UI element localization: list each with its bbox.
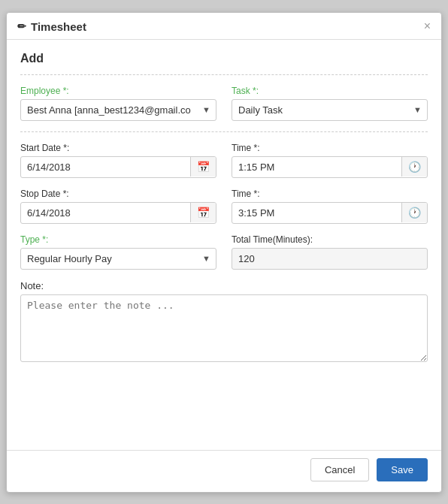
task-select-wrapper[interactable]: Daily Task ▼ — [232, 99, 428, 121]
section-title: Add — [20, 52, 428, 65]
stop-time-input-wrapper: 🕐 — [232, 202, 428, 224]
note-group: Note: — [20, 280, 428, 362]
start-date-input-wrapper: 📅 — [20, 156, 216, 178]
type-label: Type *: — [20, 234, 216, 245]
start-time-clock-icon[interactable]: 🕐 — [401, 157, 427, 177]
start-time-input[interactable] — [232, 157, 401, 177]
stop-date-input-wrapper: 📅 — [20, 202, 216, 224]
start-date-input[interactable] — [21, 157, 190, 177]
stop-time-label: Time *: — [232, 189, 428, 199]
modal-title-text: Timesheet — [31, 20, 86, 33]
start-date-calendar-icon[interactable]: 📅 — [190, 157, 216, 177]
divider-1 — [20, 74, 428, 75]
stop-time-clock-icon[interactable]: 🕐 — [401, 203, 427, 222]
start-time-group: Time *: 🕐 — [232, 143, 428, 178]
employee-label: Employee *: — [20, 86, 216, 96]
modal-title: ✏ Timesheet — [17, 20, 86, 33]
note-textarea[interactable] — [20, 294, 428, 362]
task-select[interactable]: Daily Task — [232, 99, 428, 121]
employee-select[interactable]: Best Anna [anna_best1234@gmail.co — [20, 99, 216, 121]
task-label: Task *: — [232, 86, 428, 96]
modal-header: ✏ Timesheet × — [7, 13, 441, 40]
type-select-wrapper[interactable]: Regular Hourly Pay ▼ — [20, 248, 216, 270]
save-button[interactable]: Save — [377, 458, 428, 481]
stop-date-label: Stop Date *: — [20, 189, 216, 199]
stop-time-group: Time *: 🕐 — [232, 189, 428, 224]
stop-time-input[interactable] — [232, 203, 401, 223]
start-date-label: Start Date *: — [20, 143, 216, 153]
row-stop: Stop Date *: 📅 Time *: 🕐 — [20, 189, 428, 224]
row-type-total: Type *: Regular Hourly Pay ▼ Total Time(… — [20, 234, 428, 270]
employee-select-wrapper[interactable]: Best Anna [anna_best1234@gmail.co ▼ — [20, 99, 216, 121]
type-select[interactable]: Regular Hourly Pay — [20, 248, 216, 270]
note-label: Note: — [20, 280, 428, 291]
modal-footer: Cancel Save — [7, 450, 441, 492]
start-time-input-wrapper: 🕐 — [232, 156, 428, 178]
total-time-label: Total Time(Minutes): — [232, 234, 428, 245]
stop-date-group: Stop Date *: 📅 — [20, 189, 216, 224]
cancel-button[interactable]: Cancel — [310, 458, 369, 481]
task-group: Task *: Daily Task ▼ — [232, 86, 428, 121]
row-start: Start Date *: 📅 Time *: 🕐 — [20, 143, 428, 178]
stop-date-input[interactable] — [21, 203, 190, 223]
start-date-group: Start Date *: 📅 — [20, 143, 216, 178]
modal-body: Add Employee *: Best Anna [anna_best1234… — [7, 40, 441, 450]
close-button[interactable]: × — [424, 20, 431, 32]
total-time-value: 120 — [232, 248, 428, 270]
divider-2 — [20, 131, 428, 132]
stop-date-calendar-icon[interactable]: 📅 — [190, 203, 216, 222]
employee-group: Employee *: Best Anna [anna_best1234@gma… — [20, 86, 216, 121]
total-time-group: Total Time(Minutes): 120 — [232, 234, 428, 270]
start-time-label: Time *: — [232, 143, 428, 153]
pencil-icon: ✏ — [17, 20, 26, 32]
type-group: Type *: Regular Hourly Pay ▼ — [20, 234, 216, 270]
row-employee-task: Employee *: Best Anna [anna_best1234@gma… — [20, 86, 428, 121]
timesheet-modal: ✏ Timesheet × Add Employee *: Best Anna … — [6, 12, 442, 493]
